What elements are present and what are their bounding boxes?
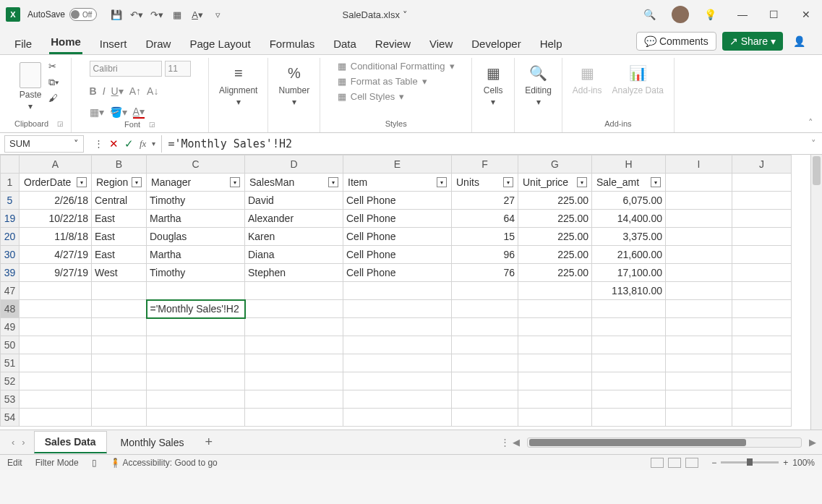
cell[interactable]	[452, 409, 518, 427]
cell[interactable]	[20, 372, 92, 390]
zoom-in-icon[interactable]: +	[783, 458, 788, 468]
bold-button[interactable]: B	[90, 85, 97, 97]
tab-insert[interactable]: Insert	[98, 33, 129, 54]
cell[interactable]: Central	[92, 192, 147, 210]
cell[interactable]	[245, 372, 343, 390]
cut-icon[interactable]: ✂	[48, 61, 61, 72]
col-header-A[interactable]: A	[20, 155, 92, 174]
cell[interactable]	[92, 390, 147, 409]
cell[interactable]	[147, 336, 245, 354]
accessibility-status[interactable]: 🧍 Accessibility: Good to go	[110, 458, 218, 468]
italic-button[interactable]: I	[103, 85, 106, 97]
cells-button[interactable]: ▦Cells▾	[479, 61, 507, 108]
col-header-G[interactable]: G	[518, 155, 592, 174]
cell[interactable]: 17,100.00	[592, 264, 666, 282]
cell[interactable]	[245, 354, 343, 372]
sheet-options-icon[interactable]: ⋮	[500, 437, 510, 448]
cell[interactable]: Alexander	[245, 210, 343, 228]
col-header-I[interactable]: I	[666, 155, 732, 174]
header-region[interactable]: Region▾	[92, 174, 147, 192]
cell[interactable]: 2/26/18	[20, 192, 92, 210]
cell[interactable]	[666, 174, 732, 192]
header-unitprice[interactable]: Unit_price▾	[518, 174, 592, 192]
cell[interactable]	[518, 354, 592, 372]
col-header-H[interactable]: H	[592, 155, 666, 174]
cell[interactable]: 14,400.00	[592, 210, 666, 228]
cell[interactable]: Cell Phone	[343, 246, 452, 264]
cell[interactable]	[592, 390, 666, 409]
add-sheet-button[interactable]: +	[197, 435, 220, 450]
borders-icon[interactable]: ▦▾	[90, 106, 104, 118]
avatar[interactable]	[672, 6, 689, 23]
close-button[interactable]: ✕	[796, 4, 816, 25]
row-header-52[interactable]: 52	[1, 372, 20, 390]
tab-developer[interactable]: Developer	[470, 33, 522, 54]
qat-more-icon[interactable]: ▿	[211, 8, 224, 21]
cell[interactable]: Cell Phone	[343, 228, 452, 246]
account-icon[interactable]: 👤	[789, 31, 809, 51]
row-header-51[interactable]: 51	[1, 354, 20, 372]
cell[interactable]: 225.00	[518, 246, 592, 264]
cell[interactable]: East	[92, 246, 147, 264]
header-manager[interactable]: Manager▾	[147, 174, 245, 192]
row-header-48[interactable]: 48	[1, 300, 20, 318]
cell[interactable]: 10/22/18	[20, 210, 92, 228]
row-header-20[interactable]: 20	[1, 228, 20, 246]
increase-font-icon[interactable]: A↑	[129, 85, 141, 97]
cell[interactable]	[666, 264, 732, 282]
paste-button[interactable]: Paste▾	[17, 61, 45, 113]
cell[interactable]	[732, 174, 792, 192]
cell[interactable]	[245, 336, 343, 354]
cell[interactable]	[452, 318, 518, 336]
cell[interactable]: Cell Phone	[343, 210, 452, 228]
row-header-50[interactable]: 50	[1, 336, 20, 354]
cell[interactable]	[92, 336, 147, 354]
cell[interactable]	[92, 409, 147, 427]
cell[interactable]	[245, 409, 343, 427]
cell[interactable]	[732, 390, 792, 409]
cell[interactable]	[732, 192, 792, 210]
number-button[interactable]: %Number▾	[275, 61, 312, 108]
cell[interactable]	[666, 246, 732, 264]
col-header-B[interactable]: B	[92, 155, 147, 174]
cell[interactable]: West	[92, 264, 147, 282]
zoom-control[interactable]: − + 100%	[711, 458, 815, 468]
filter-icon[interactable]: ▾	[132, 177, 142, 187]
row-header-39[interactable]: 39	[1, 264, 20, 282]
collapse-ribbon-icon[interactable]: ˄	[808, 117, 813, 128]
lightbulb-icon[interactable]: 💡	[701, 4, 721, 25]
tab-data[interactable]: Data	[332, 33, 358, 54]
underline-button[interactable]: U▾	[111, 85, 124, 97]
cell[interactable]	[147, 318, 245, 336]
row-header-1[interactable]: 1	[1, 174, 20, 192]
dialog-launcher-icon[interactable]: ◲	[57, 120, 64, 127]
header-units[interactable]: Units▾	[452, 174, 518, 192]
cell[interactable]	[732, 372, 792, 390]
filter-icon[interactable]: ▾	[230, 177, 240, 187]
cell[interactable]: 3,375.00	[592, 228, 666, 246]
cell[interactable]	[20, 390, 92, 409]
sheet-tab-sales-data[interactable]: Sales Data	[34, 431, 107, 453]
cell[interactable]	[732, 228, 792, 246]
cell[interactable]: 64	[452, 210, 518, 228]
redo-icon[interactable]: ↷▾	[150, 8, 163, 21]
dialog-launcher-icon[interactable]: ◲	[149, 121, 155, 128]
addins-button[interactable]: ▦Add-ins	[570, 61, 605, 97]
header-orderdate[interactable]: OrderDate▾	[20, 174, 92, 192]
col-header-corner[interactable]	[1, 155, 20, 174]
cell[interactable]	[245, 318, 343, 336]
header-salesman[interactable]: SalesMan▾	[245, 174, 343, 192]
cell[interactable]	[147, 354, 245, 372]
cell[interactable]	[732, 264, 792, 282]
scroll-right-icon[interactable]: ▶	[809, 437, 816, 448]
cell[interactable]	[732, 336, 792, 354]
cell[interactable]	[518, 409, 592, 427]
zoom-level[interactable]: 100%	[792, 458, 815, 468]
cell[interactable]: East	[92, 210, 147, 228]
cell[interactable]: Diana	[245, 246, 343, 264]
cell[interactable]: 15	[452, 228, 518, 246]
sheet-tab-monthly-sales[interactable]: Monthly Sales	[110, 432, 195, 453]
cell[interactable]	[592, 354, 666, 372]
cell[interactable]	[732, 318, 792, 336]
cell[interactable]	[592, 409, 666, 427]
